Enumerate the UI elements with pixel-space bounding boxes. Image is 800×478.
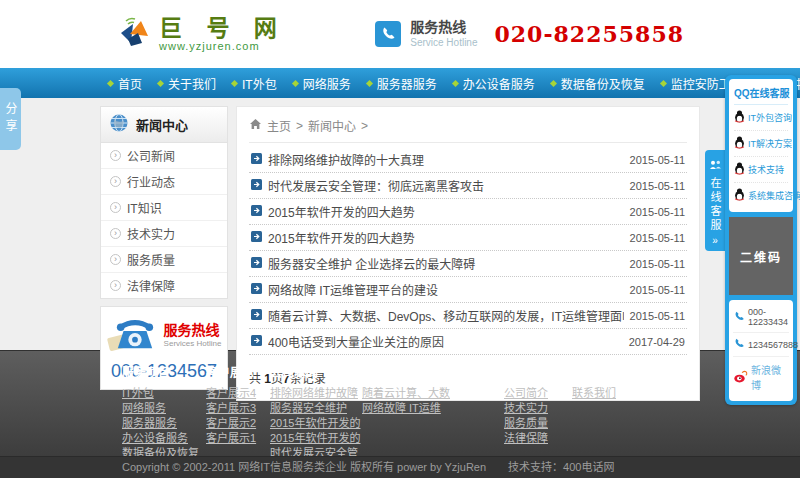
nav-item[interactable]: 办公设备服务: [445, 68, 543, 98]
news-title[interactable]: 时代发展云安全管理：彻底远离黑客攻击: [268, 177, 624, 194]
news-date: 2015-05-11: [630, 206, 685, 218]
diamond-bullet-icon: [452, 79, 459, 86]
footer-column-title: 客户展示: [206, 363, 270, 380]
news-title[interactable]: 随着云计算、大数据、DevOps、移动互联网的发展，IT运维管理面临: [268, 307, 624, 324]
news-bullet-icon: [251, 309, 262, 323]
footer-link[interactable]: 时代发展云安全管: [270, 446, 362, 456]
footer-link[interactable]: 服务器服务: [122, 416, 206, 431]
weibo-link[interactable]: 新浪微博: [733, 357, 789, 397]
phone-icon: [375, 21, 401, 47]
footer-link[interactable]: 技术实力: [504, 401, 572, 416]
footer-column: 服务项目 IT外包 网络服务 服务器服务 办公设备服务 数据备份及恢复: [122, 363, 206, 456]
news-list-item[interactable]: 网络故障 IT运维管理平台的建设 2015-05-11: [249, 277, 687, 303]
footer-link[interactable]: 公司简介: [504, 386, 572, 401]
qq-penguin-icon: [734, 162, 745, 177]
news-title[interactable]: 服务器安全维护 企业选择云的最大障碍: [268, 255, 624, 272]
logo-icon: [116, 15, 154, 53]
telephone-graphic-icon: [107, 312, 163, 358]
footer-link[interactable]: 客户展示3: [206, 401, 270, 416]
news-title[interactable]: 400电话受到大量企业关注的原因: [268, 333, 623, 350]
news-title[interactable]: 2015年软件开发的四大趋势: [268, 229, 624, 246]
weibo-icon: [734, 370, 748, 385]
news-title[interactable]: 网络故障 IT运维管理平台的建设: [268, 281, 624, 298]
news-list-item[interactable]: 排除网络维护故障的十大真理 2015-05-11: [249, 147, 687, 173]
footer-link[interactable]: 随着云计算、大数: [362, 386, 450, 401]
footer-link[interactable]: 2015年软件开发的: [270, 431, 362, 446]
footer-link[interactable]: 客户展示1: [206, 431, 270, 446]
news-title[interactable]: 2015年软件开发的四大趋势: [268, 203, 624, 220]
breadcrumb-home[interactable]: 主页: [267, 117, 291, 134]
nav-item[interactable]: 首页: [100, 68, 150, 98]
panel-phone-row: 000-12233434: [733, 302, 789, 333]
chevron-right-icon: ›: [110, 176, 121, 187]
footer-link[interactable]: 服务器安全维护: [270, 401, 362, 416]
news-list-item[interactable]: 服务器安全维护 企业选择云的最大障碍 2015-05-11: [249, 251, 687, 277]
footer-column: 联系我们 联系我们: [572, 363, 700, 456]
chevron-right-icon: ›: [110, 150, 121, 161]
nav-item[interactable]: 服务器服务: [359, 68, 445, 98]
diamond-bullet-icon: [550, 79, 557, 86]
hotline-label: 服务热线: [410, 19, 477, 37]
sidebar-category-item[interactable]: › 行业动态: [101, 168, 227, 194]
footer-link[interactable]: 客户展示4: [206, 386, 270, 401]
copyright-text: Copyright © 2002-2011 网络IT信息服务类企业 版权所有 p…: [100, 457, 700, 478]
breadcrumb-current[interactable]: 新闻中心: [308, 117, 356, 134]
qq-service-item[interactable]: IT外包咨询: [734, 105, 788, 131]
handset-icon: [734, 311, 745, 324]
news-bullet-icon: [251, 153, 262, 167]
copyright-bar: Copyright © 2002-2011 网络IT信息服务类企业 版权所有 p…: [0, 456, 800, 478]
news-bullet-icon: [251, 179, 262, 193]
news-bullet-icon: [251, 205, 262, 219]
nav-item[interactable]: 网络服务: [285, 68, 359, 98]
share-tab-label: 分享: [2, 102, 19, 136]
left-sidebar: 新闻中心 › 公司新闻 › 行业动态: [100, 106, 228, 390]
nav-item[interactable]: IT外包: [224, 68, 285, 98]
online-service-tab[interactable]: 在线客服 »: [705, 150, 725, 251]
sidebar-category-item[interactable]: › 服务质量: [101, 246, 227, 272]
news-date: 2015-05-11: [630, 284, 685, 296]
handset-icon: [734, 338, 745, 351]
footer-link[interactable]: 网络服务: [122, 401, 206, 416]
footer-link[interactable]: 2015年软件开发的: [270, 416, 362, 431]
qrcode-placeholder: 二维码: [729, 217, 793, 295]
diamond-bullet-icon: [107, 79, 114, 86]
nav-item[interactable]: 关于我们: [150, 68, 224, 98]
footer-link[interactable]: 服务质量: [504, 416, 572, 431]
news-list-item[interactable]: 2015年软件开发的四大趋势 2015-05-11: [249, 199, 687, 225]
footer-link[interactable]: 网络故障 IT运维: [362, 401, 450, 416]
footer-link[interactable]: 数据备份及恢复: [122, 446, 206, 456]
sidebar-category-item[interactable]: › 技术实力: [101, 220, 227, 246]
home-icon: [249, 118, 262, 133]
nav-item[interactable]: 数据备份及恢复: [543, 68, 653, 98]
news-bullet-icon: [251, 335, 262, 349]
site-header: 巨 号 网 www.yzjuren.com 服务热线 Service Hotli…: [0, 0, 800, 68]
chevron-right-icon: ›: [110, 202, 121, 213]
qq-service-item[interactable]: 技术支持: [734, 157, 788, 183]
diamond-bullet-icon: [231, 79, 238, 86]
news-date: 2015-05-11: [630, 232, 685, 244]
diamond-bullet-icon: [292, 79, 299, 86]
share-tab[interactable]: 分享: [0, 88, 21, 150]
sidebar-category-item[interactable]: › IT知识: [101, 194, 227, 220]
news-list-item[interactable]: 时代发展云安全管理：彻底远离黑客攻击 2015-05-11: [249, 173, 687, 199]
qq-service-item[interactable]: IT解决方案: [734, 131, 788, 157]
chevron-right-icon: ›: [110, 280, 121, 291]
news-list-item[interactable]: 随着云计算、大数据、DevOps、移动互联网的发展，IT运维管理面临 2015-…: [249, 303, 687, 329]
news-list-item[interactable]: 400电话受到大量企业关注的原因 2017-04-29: [249, 329, 687, 355]
footer-link[interactable]: 法律保障: [504, 431, 572, 446]
footer-link[interactable]: 联系我们: [572, 386, 700, 401]
footer-link[interactable]: 客户展示2: [206, 416, 270, 431]
sidebar-category-item[interactable]: › 公司新闻: [101, 143, 227, 168]
sidebar-header: 新闻中心: [101, 107, 227, 143]
footer-link[interactable]: 排除网络维护故障: [270, 386, 362, 401]
news-list-item[interactable]: 2015年软件开发的四大趋势 2015-05-11: [249, 225, 687, 251]
globe-icon: [109, 113, 129, 136]
site-logo[interactable]: 巨 号 网 www.yzjuren.com: [116, 15, 286, 53]
qq-service-item[interactable]: 系统集成咨询: [734, 183, 788, 208]
footer-link[interactable]: 办公设备服务: [122, 431, 206, 446]
diamond-bullet-icon: [366, 79, 373, 86]
news-title[interactable]: 排除网络维护故障的十大真理: [268, 151, 624, 168]
footer-link[interactable]: IT外包: [122, 386, 206, 401]
sidebar-category-item[interactable]: › 法律保障: [101, 272, 227, 298]
online-service-panel: QQ在线客服 IT外包咨询 IT解决方案: [725, 75, 797, 405]
